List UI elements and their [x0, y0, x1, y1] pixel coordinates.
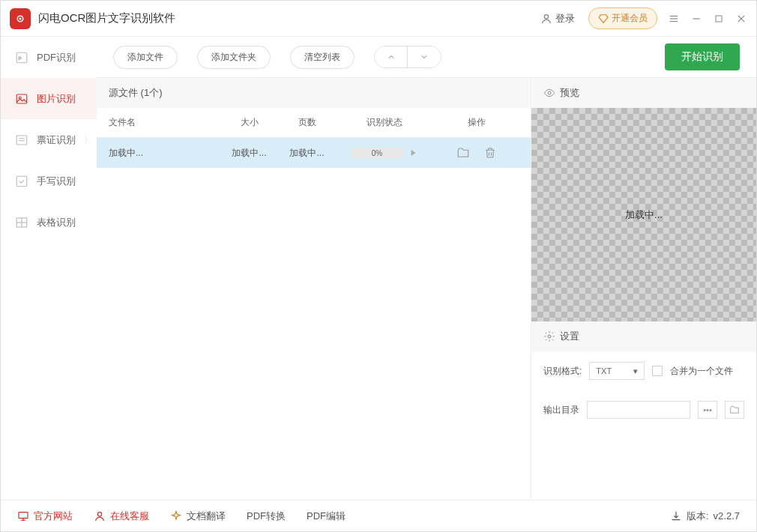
preview-loading-text: 加载中...: [625, 208, 663, 222]
col-size: 大小: [220, 116, 278, 129]
merge-label: 合并为一个文件: [670, 365, 733, 378]
output-label: 输出目录: [543, 404, 579, 417]
output-path-input[interactable]: [587, 401, 690, 419]
browse-button[interactable]: •••: [698, 401, 717, 419]
format-select[interactable]: TXT ▾: [589, 362, 645, 380]
svg-rect-24: [19, 512, 28, 518]
cell-size: 加载中...: [220, 147, 278, 160]
menu-icon: [669, 13, 679, 24]
table-row[interactable]: 加载中... 加载中... 加载中... 0%: [97, 138, 531, 168]
ticket-icon: [14, 133, 29, 148]
svg-point-23: [548, 335, 551, 338]
add-file-button[interactable]: 添加文件: [113, 46, 178, 69]
sidebar-item-image[interactable]: 图片识别: [1, 78, 97, 119]
diamond-icon: [598, 13, 609, 24]
login-button[interactable]: 登录: [531, 9, 584, 28]
handwriting-icon: [14, 174, 29, 189]
svg-point-1: [19, 17, 22, 19]
svg-marker-21: [411, 150, 416, 156]
svg-rect-12: [16, 94, 27, 103]
user-icon: [540, 13, 552, 25]
folder-icon: [729, 405, 740, 415]
svg-point-2: [544, 14, 548, 18]
headset-icon: [94, 510, 106, 522]
gear-icon: [543, 330, 555, 342]
source-files-header: 源文件 (1个): [97, 78, 531, 108]
app-logo: [10, 8, 31, 29]
chevron-down-icon: [420, 52, 429, 61]
sparkle-icon: [170, 510, 182, 522]
chevron-down-icon: ▾: [633, 366, 638, 376]
cell-filename: 加载中...: [97, 147, 220, 160]
footer-support[interactable]: 在线客服: [94, 510, 149, 523]
chevron-right-icon: 〉: [84, 134, 92, 145]
progress-bar: 0%: [351, 148, 403, 158]
clear-list-button[interactable]: 清空列表: [290, 46, 355, 69]
svg-rect-7: [716, 16, 722, 22]
maximize-icon: [714, 14, 723, 23]
delete-icon[interactable]: [483, 146, 497, 160]
vip-button[interactable]: 开通会员: [588, 7, 657, 29]
maximize-button[interactable]: [713, 13, 725, 25]
file-list-area: 源文件 (1个) 文件名 大小 页数 识别状态 操作 加载中... 加载中...…: [97, 78, 531, 500]
pdf-icon: P: [14, 50, 29, 65]
footer-translate[interactable]: 文档翻译: [170, 510, 226, 523]
reorder-group: [374, 46, 441, 68]
footer-website[interactable]: 官方网站: [17, 510, 73, 523]
merge-checkbox[interactable]: [652, 366, 663, 376]
menu-button[interactable]: [668, 13, 680, 25]
col-pages: 页数: [278, 116, 336, 129]
table-header: 文件名 大小 页数 识别状态 操作: [97, 108, 531, 138]
svg-point-27: [97, 512, 101, 516]
right-panel: 预览 加载中... 设置 识别格式: TXT: [531, 78, 756, 500]
sidebar-item-handwriting[interactable]: 手写识别: [1, 160, 97, 202]
sidebar-item-pdf[interactable]: P PDF识别: [1, 37, 97, 78]
eye-icon: [543, 87, 555, 99]
footer-version[interactable]: 版本: v2.2.7: [670, 510, 740, 523]
move-down-button[interactable]: [408, 46, 441, 67]
cell-ops: [433, 146, 519, 160]
move-up-button[interactable]: [375, 46, 408, 67]
preview-canvas: 加载中...: [531, 108, 756, 321]
table-icon: [14, 215, 29, 230]
format-label: 识别格式:: [543, 365, 582, 378]
sidebar-item-table[interactable]: 表格识别: [1, 202, 97, 243]
sidebar-item-ticket[interactable]: 票证识别 〉: [1, 119, 97, 160]
footer-pdf-edit[interactable]: PDF编辑: [307, 510, 346, 523]
open-output-folder-button[interactable]: [725, 401, 744, 419]
footer-pdf-convert[interactable]: PDF转换: [247, 510, 286, 523]
preview-header: 预览: [531, 78, 756, 108]
start-recognition-button[interactable]: 开始识别: [665, 43, 740, 70]
download-icon: [670, 510, 682, 522]
chevron-up-icon: [387, 52, 396, 61]
add-folder-button[interactable]: 添加文件夹: [197, 46, 271, 69]
svg-rect-14: [16, 136, 27, 145]
close-icon: [736, 13, 747, 24]
sidebar: P PDF识别 图片识别 票证识别 〉 手写识别 表格识别: [1, 37, 97, 500]
open-folder-icon[interactable]: [456, 146, 470, 160]
app-title: 闪电OCR图片文字识别软件: [38, 11, 531, 25]
monitor-icon: [17, 510, 29, 522]
minimize-icon: [691, 13, 702, 24]
toolbar: 添加文件 添加文件夹 清空列表 开始识别: [97, 37, 756, 78]
cell-status: 0%: [336, 148, 433, 158]
image-icon: [14, 91, 29, 106]
col-status: 识别状态: [336, 116, 433, 129]
cell-pages: 加载中...: [278, 147, 336, 160]
close-button[interactable]: [735, 13, 747, 25]
svg-text:P: P: [19, 56, 22, 61]
col-filename: 文件名: [97, 116, 220, 129]
col-ops: 操作: [433, 116, 519, 129]
titlebar: 闪电OCR图片文字识别软件 登录 开通会员: [1, 1, 756, 37]
footer: 官方网站 在线客服 文档翻译 PDF转换 PDF编辑 版本: v2.2.7: [1, 500, 756, 531]
svg-rect-17: [16, 176, 27, 187]
minimize-button[interactable]: [690, 13, 702, 25]
play-icon[interactable]: [408, 148, 418, 158]
svg-point-22: [548, 91, 551, 94]
settings-header: 设置: [531, 321, 756, 351]
